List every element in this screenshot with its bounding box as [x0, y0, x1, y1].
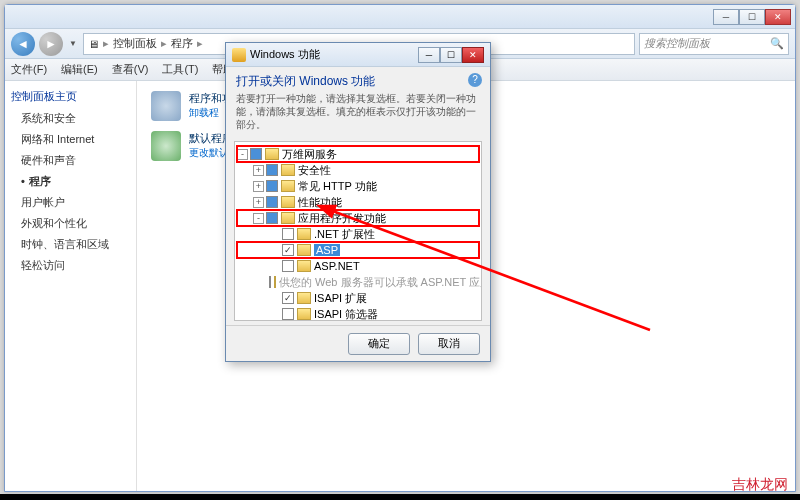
watermark: 吉林龙网 — [732, 476, 788, 494]
menu-edit[interactable]: 编辑(E) — [61, 62, 98, 77]
tree-label: ISAPI 筛选器 — [314, 307, 378, 322]
dialog-heading: 打开或关闭 Windows 功能 — [236, 73, 480, 90]
folder-icon — [281, 196, 295, 208]
windows-features-dialog: Windows 功能 ─ ☐ ✕ 打开或关闭 Windows 功能 若要打开一种… — [225, 42, 491, 362]
tree-label: ASP.NET — [314, 260, 360, 272]
folder-icon — [297, 260, 311, 272]
folder-icon — [281, 164, 295, 176]
back-button[interactable]: ◄ — [11, 32, 35, 56]
tree-label: .NET 扩展性 — [314, 227, 375, 242]
dialog-maximize-button[interactable]: ☐ — [440, 47, 462, 63]
tree-label: 万维网服务 — [282, 147, 337, 162]
folder-icon — [297, 244, 311, 256]
sidebar-item[interactable]: 轻松访问 — [11, 255, 130, 276]
tree-label: 供您的 Web 服务器可以承载 ASP.NET 应用程序 — [279, 275, 482, 290]
sidebar-item[interactable]: 用户帐户 — [11, 192, 130, 213]
minimize-button[interactable]: ─ — [713, 9, 739, 25]
sidebar-item[interactable]: 硬件和声音 — [11, 150, 130, 171]
forward-button[interactable]: ► — [39, 32, 63, 56]
tree-label: 性能功能 — [298, 195, 342, 210]
tree-node[interactable]: ISAPI 扩展 — [237, 290, 479, 306]
sidebar-item[interactable]: 外观和个性化 — [11, 213, 130, 234]
sidebar: 控制面板主页 系统和安全网络和 Internet硬件和声音程序用户帐户外观和个性… — [5, 81, 137, 491]
tree-node[interactable]: +性能功能 — [237, 194, 479, 210]
tree-expander[interactable]: - — [253, 213, 264, 224]
tree-label: ISAPI 扩展 — [314, 291, 367, 306]
tree-checkbox[interactable] — [282, 292, 294, 304]
tree-checkbox[interactable] — [266, 164, 278, 176]
nav-history-dropdown[interactable]: ▼ — [67, 39, 79, 48]
black-bottom-bar — [0, 494, 800, 500]
tree-checkbox[interactable] — [266, 180, 278, 192]
tree-checkbox[interactable] — [282, 260, 294, 272]
tree-node[interactable]: -应用程序开发功能 — [237, 210, 479, 226]
tree-label: 常见 HTTP 功能 — [298, 179, 377, 194]
folder-icon — [265, 148, 279, 160]
menu-view[interactable]: 查看(V) — [112, 62, 149, 77]
search-input[interactable]: 搜索控制面板 🔍 — [639, 33, 789, 55]
dialog-title: Windows 功能 — [250, 47, 320, 62]
tree-node[interactable]: 供您的 Web 服务器可以承载 ASP.NET 应用程序 — [237, 274, 479, 290]
tree-label: 应用程序开发功能 — [298, 211, 386, 226]
cancel-button[interactable]: 取消 — [418, 333, 480, 355]
tree-expander[interactable]: + — [253, 165, 264, 176]
tree-label: 安全性 — [298, 163, 331, 178]
menu-tools[interactable]: 工具(T) — [162, 62, 198, 77]
tree-checkbox[interactable] — [269, 276, 271, 288]
sidebar-item[interactable]: 系统和安全 — [11, 108, 130, 129]
tree-node[interactable]: ASP — [237, 242, 479, 258]
tree-node[interactable]: +安全性 — [237, 162, 479, 178]
tree-expander[interactable]: - — [237, 149, 248, 160]
breadcrumb-item[interactable]: 程序 — [171, 36, 193, 51]
dialog-close-button[interactable]: ✕ — [462, 47, 484, 63]
menu-file[interactable]: 文件(F) — [11, 62, 47, 77]
tree-node[interactable]: -万维网服务 — [237, 146, 479, 162]
titlebar: ─ ☐ ✕ — [5, 5, 795, 29]
tree-expander[interactable]: + — [253, 181, 264, 192]
close-button[interactable]: ✕ — [765, 9, 791, 25]
tree-checkbox[interactable] — [250, 148, 262, 160]
folder-icon — [297, 292, 311, 304]
maximize-button[interactable]: ☐ — [739, 9, 765, 25]
ok-button[interactable]: 确定 — [348, 333, 410, 355]
sidebar-item[interactable]: 网络和 Internet — [11, 129, 130, 150]
feature-tree[interactable]: -万维网服务+安全性+常见 HTTP 功能+性能功能-应用程序开发功能.NET … — [234, 141, 482, 321]
sidebar-item[interactable]: 程序 — [11, 171, 130, 192]
dialog-icon — [232, 48, 246, 62]
folder-icon — [274, 276, 276, 288]
help-icon[interactable]: ? — [468, 73, 482, 87]
folder-icon — [297, 228, 311, 240]
tree-checkbox[interactable] — [266, 212, 278, 224]
search-icon: 🔍 — [770, 37, 784, 50]
folder-icon — [281, 212, 295, 224]
tree-node[interactable]: ASP.NET — [237, 258, 479, 274]
tree-node[interactable]: +常见 HTTP 功能 — [237, 178, 479, 194]
tree-checkbox[interactable] — [282, 244, 294, 256]
sidebar-item[interactable]: 时钟、语言和区域 — [11, 234, 130, 255]
programs-features-icon — [151, 91, 181, 121]
breadcrumb-item[interactable]: 控制面板 — [113, 36, 157, 51]
tree-checkbox[interactable] — [282, 228, 294, 240]
folder-icon — [281, 180, 295, 192]
tree-checkbox[interactable] — [282, 308, 294, 320]
default-programs-icon — [151, 131, 181, 161]
folder-icon — [297, 308, 311, 320]
tree-node[interactable]: .NET 扩展性 — [237, 226, 479, 242]
search-placeholder: 搜索控制面板 — [644, 36, 710, 51]
breadcrumb-icon: 🖥 — [88, 38, 99, 50]
dialog-minimize-button[interactable]: ─ — [418, 47, 440, 63]
tree-checkbox[interactable] — [266, 196, 278, 208]
tree-node[interactable]: ISAPI 筛选器 — [237, 306, 479, 321]
dialog-description: 若要打开一种功能，请选择其复选框。若要关闭一种功能，请清除其复选框。填充的框表示… — [236, 92, 480, 131]
tree-expander[interactable]: + — [253, 197, 264, 208]
sidebar-header[interactable]: 控制面板主页 — [11, 89, 130, 104]
dialog-titlebar: Windows 功能 ─ ☐ ✕ — [226, 43, 490, 67]
tree-label: ASP — [314, 244, 340, 256]
